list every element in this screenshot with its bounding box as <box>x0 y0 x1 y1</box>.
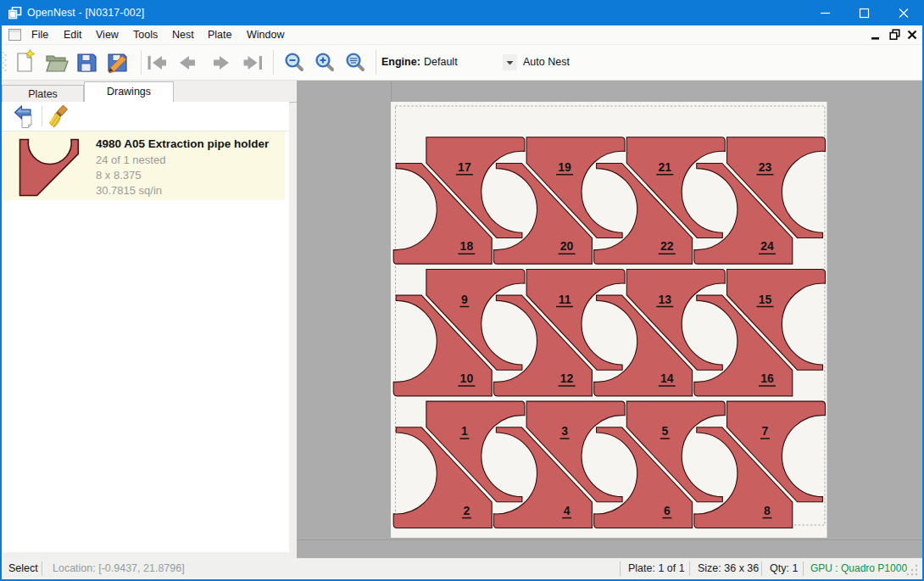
svg-text:13: 13 <box>659 293 672 306</box>
svg-text:11: 11 <box>559 293 571 306</box>
svg-text:20: 20 <box>560 239 574 253</box>
svg-text:10: 10 <box>460 372 474 385</box>
svg-text:1: 1 <box>461 424 468 438</box>
svg-text:9: 9 <box>461 293 468 306</box>
svg-text:4: 4 <box>564 504 571 517</box>
svg-text:14: 14 <box>660 372 674 385</box>
svg-text:17: 17 <box>458 160 471 174</box>
svg-text:3: 3 <box>561 424 568 438</box>
svg-text:24: 24 <box>760 239 774 253</box>
svg-text:21: 21 <box>659 160 672 174</box>
svg-text:6: 6 <box>664 504 671 517</box>
svg-text:5: 5 <box>661 424 668 438</box>
svg-text:22: 22 <box>660 239 674 253</box>
svg-text:18: 18 <box>460 239 474 253</box>
svg-text:23: 23 <box>759 160 772 174</box>
svg-text:7: 7 <box>762 424 769 438</box>
svg-text:2: 2 <box>464 504 470 517</box>
svg-text:12: 12 <box>560 372 574 385</box>
svg-text:8: 8 <box>764 504 771 517</box>
svg-text:16: 16 <box>760 372 774 385</box>
svg-text:15: 15 <box>759 293 772 306</box>
svg-text:19: 19 <box>558 160 571 174</box>
